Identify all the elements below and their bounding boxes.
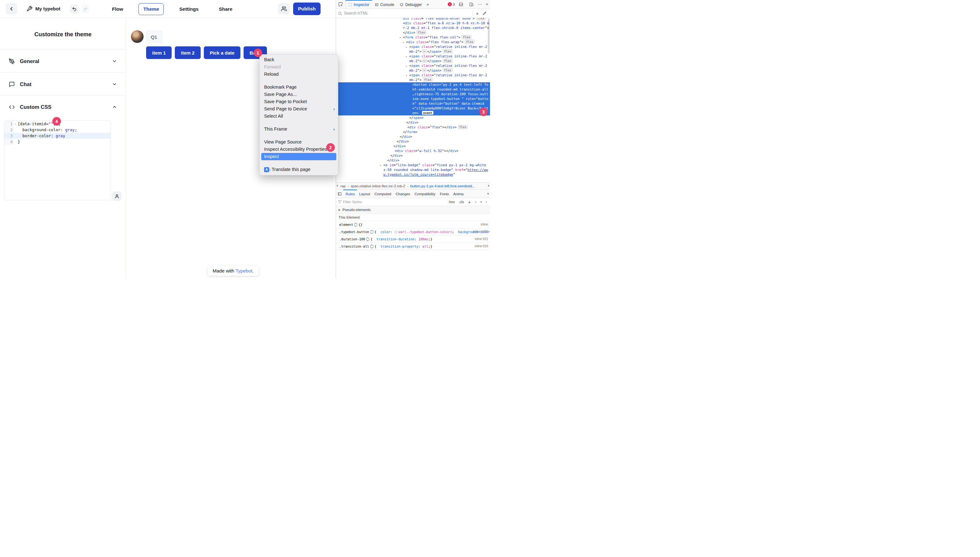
tree-node[interactable]: </div> — [336, 144, 490, 148]
menu-item-bookmark-page[interactable]: Bookmark Page — [260, 83, 338, 91]
add-rule-button[interactable]: + — [466, 199, 472, 205]
menu-item-this-frame[interactable]: This Frame› — [260, 125, 338, 133]
publish-button[interactable]: Publish — [293, 3, 321, 15]
highlight-selector-icon[interactable] — [354, 223, 357, 226]
menu-item-view-page-source[interactable]: View Page Source — [260, 138, 338, 146]
tree-node[interactable]: div class="flex bubble-enter done">flex — [336, 18, 490, 21]
breadcrumb-item[interactable]: rap — [341, 184, 346, 188]
devtools-tab-inspector[interactable]: Inspector — [346, 0, 372, 8]
tree-node-selected[interactable]: <button class="py-2 px-4 text-left font-… — [336, 82, 490, 116]
highlight-selector-icon[interactable] — [370, 231, 373, 233]
tree-node[interactable]: ▸<span class="relative inline-flex mr-2 … — [336, 54, 490, 64]
tab-share[interactable]: Share — [214, 3, 237, 15]
css-rule[interactable]: inlineelement{} — [336, 221, 490, 228]
tree-node[interactable]: ▸<span class="relative inline-flex mr-2 … — [336, 44, 490, 54]
editor-line[interactable]: 3 border-color: gray — [5, 133, 111, 139]
collapsed-content-pill[interactable]: ⋯ — [422, 68, 427, 72]
rule-source-link[interactable]: inline — [481, 222, 488, 227]
error-count-button[interactable]: ! 3 — [446, 2, 457, 6]
breadcrumb-scroll-right[interactable]: › — [488, 183, 489, 188]
devtools-menu-button[interactable]: ⋯ — [476, 2, 484, 7]
search-html-input[interactable] — [344, 11, 471, 15]
sidebar-section-general[interactable]: General — [0, 49, 126, 73]
light-theme-icon[interactable] — [474, 200, 478, 204]
css-rule[interactable]: inline:921.duration-100{ transition-dura… — [336, 236, 490, 243]
rules-tab-rules[interactable]: Rules — [343, 190, 357, 198]
flex-badge[interactable]: flex — [443, 49, 452, 53]
back-button[interactable] — [6, 3, 17, 15]
devtools-close-button[interactable]: × — [484, 2, 490, 7]
typebot-title[interactable]: My typebot — [35, 6, 60, 11]
custom-css-editor[interactable]: 1▾[data-itemid=""] {2 background-color: … — [4, 121, 111, 200]
tree-node[interactable]: </div> — [336, 139, 490, 144]
tabs-dropdown-caret[interactable]: ▾ — [486, 190, 490, 198]
tree-node[interactable]: ▸<span class="relative inline-flex mr-2 … — [336, 64, 490, 73]
add-node-button[interactable]: + — [474, 11, 480, 16]
tree-node[interactable]: </div> — [336, 153, 490, 158]
menu-item-select-all[interactable]: Select All — [260, 112, 338, 120]
chat-button-pick-a-date[interactable]: Pick a date — [204, 46, 240, 59]
menu-item-send-page-to-device[interactable]: Send Page to Device› — [260, 105, 338, 112]
pick-element-button[interactable] — [336, 0, 346, 8]
rules-tab-fonts[interactable]: Fonts — [438, 190, 451, 198]
tree-node[interactable]: <div class="flex"></div>flex — [336, 125, 490, 130]
css-rule[interactable]: inline:1090.typebot-button{ color: var(-… — [336, 228, 490, 236]
tree-node[interactable]: </div> — [336, 120, 490, 125]
flex-badge[interactable]: flex — [443, 68, 452, 72]
event-badge[interactable]: event — [422, 111, 434, 115]
undo-button[interactable] — [70, 5, 78, 13]
tree-node[interactable]: </div> — [336, 134, 490, 139]
split-console-button[interactable] — [457, 2, 465, 7]
expander-icon[interactable]: ▸ — [406, 64, 407, 68]
rules-tab-layout[interactable]: Layout — [357, 190, 372, 198]
class-panel-button[interactable]: .cls — [458, 200, 465, 204]
tree-node[interactable]: <div class="w-full h-32"></div> — [336, 148, 490, 153]
eyedropper-icon[interactable] — [483, 11, 486, 15]
collapsed-content-pill[interactable]: ⋯ — [422, 59, 427, 63]
menu-item-reload[interactable]: Reload — [260, 71, 338, 78]
tab-settings[interactable]: Settings — [174, 3, 203, 15]
editor-line[interactable]: 2 background-color: gray; — [5, 127, 111, 133]
sidebar-toggle-button[interactable] — [336, 190, 343, 198]
preview-user-button[interactable] — [112, 191, 121, 201]
expander-icon[interactable]: ▾ — [403, 40, 404, 45]
expander-icon[interactable]: ▾ — [400, 35, 401, 40]
responsive-mode-button[interactable] — [467, 2, 476, 7]
menu-item-save-page-as-[interactable]: Save Page As... — [260, 91, 338, 98]
collapsed-content-pill[interactable]: ⋯ — [422, 49, 427, 53]
expander-icon[interactable]: ▸ — [380, 163, 382, 168]
print-styles-icon[interactable] — [484, 200, 488, 204]
flex-badge[interactable]: flex — [423, 78, 432, 82]
tree-node[interactable]: </div> — [336, 158, 490, 163]
menu-item-save-page-to-pocket[interactable]: Save Page to Pocket — [260, 98, 338, 105]
redo-button[interactable] — [81, 5, 90, 13]
tree-node[interactable]: ▾<form class="flex flex-col">flex — [336, 35, 490, 40]
tree-node[interactable]: </form> — [336, 130, 490, 134]
rule-source-link[interactable]: inline:916 — [475, 244, 488, 249]
made-with-badge[interactable]: Made with Typebot. — [208, 266, 259, 276]
tab-theme[interactable]: Theme — [139, 3, 164, 15]
expander-icon[interactable]: ▸ — [406, 54, 407, 59]
hover-pseudo-button[interactable]: :hov — [447, 200, 456, 204]
typebot-link[interactable]: Typebot — [235, 268, 252, 274]
breadcrumb-item[interactable]: span.relative.inline-flex.mr-2.mb-2 — [351, 184, 405, 188]
tree-node[interactable]: ▾<span class="relative inline-flex mr-2 … — [336, 73, 490, 82]
menu-item-back[interactable]: Back — [260, 56, 338, 64]
tree-node[interactable]: ▸<a id="lite-badge" class="fixed py-1 px… — [336, 163, 490, 177]
filter-styles-input[interactable] — [343, 200, 446, 204]
highlight-selector-icon[interactable] — [370, 245, 373, 248]
flex-badge[interactable]: flex — [465, 40, 475, 44]
expander-icon[interactable]: ▸ — [406, 45, 407, 49]
pseudo-elements-header[interactable]: ▶ Pseudo-elements — [336, 206, 490, 214]
tree-node[interactable]: </span> — [336, 116, 490, 120]
flex-badge[interactable]: flex — [476, 18, 486, 20]
tree-node[interactable]: ▾<div class="flex flex-wrap">flex — [336, 40, 490, 44]
devtools-tab-debugger[interactable]: Debugger — [397, 0, 425, 8]
contrast-icon[interactable] — [479, 200, 483, 204]
flex-badge[interactable]: flex — [416, 30, 426, 34]
rule-source-link[interactable]: inline:1090 — [473, 230, 488, 234]
menu-item-translate-this-page[interactable]: ATranslate this page — [260, 166, 338, 173]
color-swatch[interactable] — [395, 231, 397, 233]
flex-badge[interactable]: flex — [443, 59, 452, 63]
menu-item-inspect[interactable]: Inspect — [261, 153, 336, 160]
